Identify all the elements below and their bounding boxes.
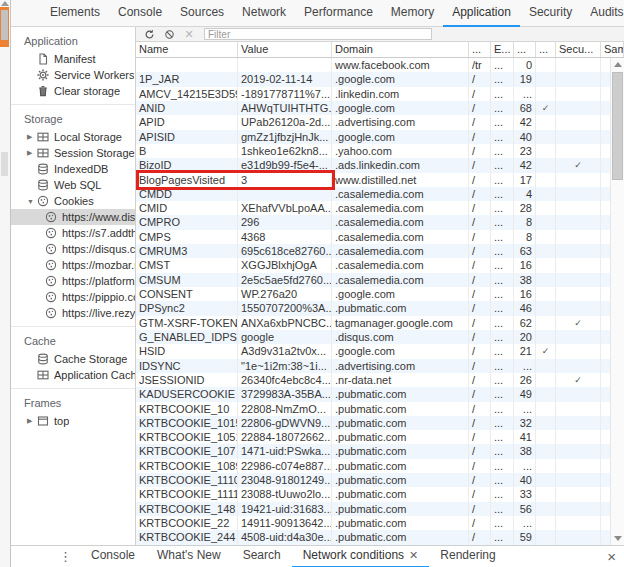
sidebar-item-https-disqus-com[interactable]: https://disqus.com [11, 241, 135, 257]
sidebar-item-web-sql[interactable]: Web SQL [11, 177, 135, 193]
chevron-right-icon[interactable]: ▶ [27, 149, 37, 157]
sidebar-item-cookies[interactable]: ▼Cookies [11, 193, 135, 209]
sidebar-item-top[interactable]: ▶top [11, 413, 135, 429]
sidebar-item-https-pippio-com[interactable]: https://pippio.com [11, 289, 135, 305]
scroll-down-icon[interactable] [614, 536, 622, 541]
tab-network[interactable]: Network [233, 0, 295, 27]
sidebar-item-label: Session Storage [54, 147, 135, 159]
column-header-e[interactable]: E... [491, 42, 514, 57]
tab-audits[interactable]: Audits [581, 0, 624, 27]
column-header-col6[interactable]: ... [536, 42, 556, 57]
column-header-sam[interactable]: Sam... [601, 42, 624, 57]
drawer-tab-rendering[interactable]: Rendering [429, 546, 506, 567]
cookie-row-cmid[interactable]: CMIDXEhafVVbLpoAA....casalemedia.com/...… [136, 201, 624, 215]
cookie-row-krtbcookie-1111[interactable]: KRTBCOOKIE_111123088-tUuwo2lo....pubmati… [136, 487, 624, 501]
sidebar-item-local-storage[interactable]: ▶Local Storage [11, 129, 135, 145]
sidebar-item-session-storage[interactable]: ▶Session Storage [11, 145, 135, 161]
cookie-row-amcv-14215e3d5995[interactable]: AMCV_14215E3D5995...-1891778711%7....lin… [136, 87, 624, 101]
column-header-value[interactable]: Value [238, 42, 332, 57]
filter-input[interactable] [204, 28, 432, 40]
cookie-name-cell: B [136, 144, 238, 158]
scrollbar-thumb[interactable] [612, 72, 623, 180]
drawer-more-options-icon[interactable]: ⋮ [53, 549, 78, 564]
page-scrollbar-thumb[interactable] [1, 10, 8, 40]
cookie-value-cell: 26340fc4ebc8c4... [238, 373, 332, 387]
scroll-up-icon[interactable] [614, 62, 622, 67]
cookie-row-idsync[interactable]: IDSYNC"1e~1i2m:38~1i....advertising.com/… [136, 359, 624, 373]
sidebar-item-https-mozbar-moz[interactable]: https://mozbar.moz. [11, 257, 135, 273]
cookie-row-krtbcookie-244[interactable]: KRTBCOOKIE_2444508-uid:d4a30e....pubmati… [136, 530, 624, 544]
sidebar-item-manifest[interactable]: Manifest [11, 51, 135, 67]
cookie-row-cmst[interactable]: CMSTXGGJBlxhjOgA.casalemedia.com/...16 [136, 258, 624, 272]
cookie-row-cmrum3[interactable]: CMRUM3695c618ce82760....casalemedia.com/… [136, 244, 624, 258]
chevron-down-icon[interactable]: ▼ [27, 198, 37, 205]
cookie-row-cmpro[interactable]: CMPRO296.casalemedia.com/...8 [136, 215, 624, 229]
drawer-tab-what-s-new[interactable]: What's New [146, 546, 232, 567]
cookie-http-cell [536, 387, 556, 401]
cookie-row-anid[interactable]: ANIDAHWqTUIHTHTG....google.com/...68✓ [136, 101, 624, 115]
table-scrollbar[interactable] [610, 58, 624, 545]
cookie-row-krtbcookie-107[interactable]: KRTBCOOKIE_1071471-uid:PSwka....pubmatic… [136, 444, 624, 458]
tab-elements[interactable]: Elements [41, 0, 109, 27]
sidebar-item-application-cache[interactable]: Application Cache [11, 367, 135, 383]
chevron-right-icon[interactable]: ▶ [27, 133, 37, 141]
cookie-row-krtbcookie-1051[interactable]: KRTBCOOKIE_105122884-18072662....pubmati… [136, 430, 624, 444]
cookie-size-cell: 40 [514, 130, 536, 144]
cookie-row-g-enabled-idps[interactable]: G_ENABLED_IDPSgoogle.disqus.com/...20 [136, 330, 624, 344]
drawer-tab-network-conditions[interactable]: Network conditions✕ [292, 546, 430, 567]
delete-selected-icon[interactable]: ✕ [182, 28, 196, 41]
tab-console[interactable]: Console [109, 0, 171, 27]
drawer-tab-console[interactable]: Console [80, 546, 146, 567]
sidebar-item-https-platform-twit[interactable]: https://platform.twit [11, 273, 135, 289]
clear-all-cookies-icon[interactable] [162, 28, 176, 41]
chevron-right-icon[interactable]: ▶ [27, 417, 37, 425]
cookie-size-cell: 8 [514, 230, 536, 244]
cookie-row-apisid[interactable]: APISIDgmZz1jfbzjHnJk....google.com/...40 [136, 130, 624, 144]
cookie-row-cmdd[interactable]: CMDD.casalemedia.com/...4 [136, 187, 624, 201]
cookie-row-hsid[interactable]: HSIDA3d9v31a2tv0x....google.com/...21✓ [136, 344, 624, 358]
cookie-row-1p-jar[interactable]: 1P_JAR2019-02-11-14.google.com/...19 [136, 72, 624, 86]
cookie-row-consent[interactable]: CONSENTWP.276a20.google.com/...16 [136, 287, 624, 301]
cookie-row-bizoid[interactable]: BizoIDe31d9b99-f5e4-....ads.linkedin.com… [136, 158, 624, 172]
drawer-tab-search[interactable]: Search [232, 546, 292, 567]
tab-performance[interactable]: Performance [295, 0, 382, 27]
sidebar-item-https-s7-addthis-cc[interactable]: https://s7.addthis.cc [11, 225, 135, 241]
cookie-row-cmsum[interactable]: CMSUM2e5c5ae5fd2760....casalemedia.com/.… [136, 273, 624, 287]
page-scrollbar[interactable] [0, 0, 10, 567]
tab-application[interactable]: Application [443, 0, 520, 27]
cookie-row-jsessionid[interactable]: JSESSIONID26340fc4ebc8c4....nr-data.net/… [136, 373, 624, 387]
sidebar-item-clear-storage[interactable]: Clear storage [11, 83, 135, 99]
sidebar-item-https-live-rezync-cc[interactable]: https://live.rezync.cc [11, 305, 135, 321]
sidebar-item-cache-storage[interactable]: Cache Storage [11, 351, 135, 367]
cookie-row-krtbcookie-1110[interactable]: KRTBCOOKIE_111023048-91801249....pubmati… [136, 473, 624, 487]
cookie-secure-cell [556, 444, 601, 458]
drawer-tab-close-icon[interactable]: ✕ [409, 549, 418, 561]
column-header-domain[interactable]: Domain [332, 42, 469, 57]
cookie-row-krtbcookie-10[interactable]: KRTBCOOKIE_1022808-NmZmO....pubmatic.com… [136, 402, 624, 416]
cookie-row-krtbcookie-1089[interactable]: KRTBCOOKIE_108922986-c074e887....pubmati… [136, 459, 624, 473]
cookie-row-gtm-xsrf-token[interactable]: GTM-XSRF-TOKENANXa6xbPNCBC...tagmanager.… [136, 316, 624, 330]
tab-sources[interactable]: Sources [171, 0, 233, 27]
cookie-row-dpsync2[interactable]: DPSync21550707200%3A....pubmatic.com/...… [136, 301, 624, 315]
cookie-row-blogpagesvisited[interactable]: BlogPagesVisited3www.distilled.net/...17 [136, 173, 624, 187]
refresh-icon[interactable] [142, 28, 156, 41]
column-header-col3[interactable]: ... [469, 42, 491, 57]
cookie-row-krtbcookie-148[interactable]: KRTBCOOKIE_14819421-uid:31683....pubmati… [136, 502, 624, 516]
tab-memory[interactable]: Memory [382, 0, 443, 27]
column-header-col5[interactable]: ... [514, 42, 536, 57]
tab-security[interactable]: Security [520, 0, 581, 27]
cookie-row-b[interactable]: B1shkeo1e62kn8....yahoo.com/...23 [136, 144, 624, 158]
column-header-secu[interactable]: Secu... [556, 42, 601, 57]
sidebar-item-indexeddb[interactable]: IndexedDB [11, 161, 135, 177]
cookie-row-cmps[interactable]: CMPS4368.casalemedia.com/...8 [136, 230, 624, 244]
cookie-row-blank[interactable]: www.facebook.com/tr...0 [136, 58, 624, 72]
page-scrollbar-up-icon[interactable] [1, 1, 9, 6]
sidebar-item-service-workers[interactable]: Service Workers [11, 67, 135, 83]
close-drawer-icon[interactable]: × [603, 549, 624, 564]
cookie-row-krtbcookie-22[interactable]: KRTBCOOKIE_2214911-90913642....pubmatic.… [136, 516, 624, 530]
cookie-row-krtbcookie-1015[interactable]: KRTBCOOKIE_101522806-gDWVN9....pubmatic.… [136, 416, 624, 430]
sidebar-item-https-www-distillec[interactable]: https://www.distillec [11, 209, 135, 225]
cookie-row-kadusercookie[interactable]: KADUSERCOOKIE3729983A-35BA....pubmatic.c… [136, 387, 624, 401]
cookie-row-apid[interactable]: APIDUPab26120a-2d....advertising.com/...… [136, 115, 624, 129]
column-header-name[interactable]: Name [136, 42, 238, 57]
